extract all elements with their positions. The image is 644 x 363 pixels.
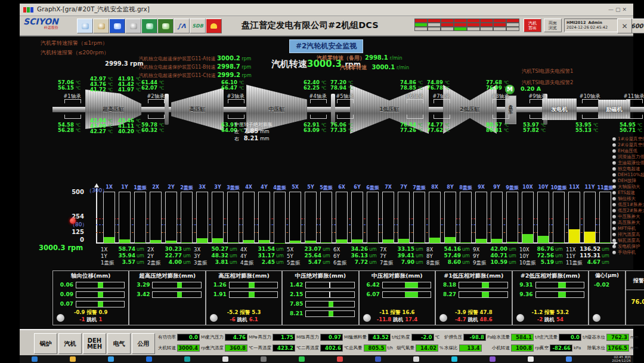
taskbar-app-icon[interactable] [528,356,534,362]
alarm-grid-cell[interactable] [480,27,493,31]
alarm-grid-cell[interactable] [428,27,441,31]
alarm-grid-cell[interactable] [493,27,506,31]
eccentricity-alarm-box: 报警76.0 [626,270,644,325]
minimize-button[interactable]: — [608,7,615,13]
folder-icon[interactable] [157,19,174,33]
vt-unit: um [509,253,516,259]
speed-alarm-label: 汽机转速报警（≤200rpm） [41,49,109,57]
bar-fill [228,242,239,243]
taskbar-app-icon[interactable] [108,356,114,362]
display-icon[interactable] [141,19,157,33]
vt-unit: um [323,260,330,265]
panel-row: 9.36 [513,290,588,299]
alarm-grid-cell[interactable] [441,23,454,27]
bar-fill [290,241,301,243]
alarm-grid-cell[interactable] [506,23,519,27]
panel-gauge [535,291,584,298]
vt-value: 7.90 [391,259,414,265]
nav-button-电气[interactable]: 电气 [107,333,131,354]
alarm-grid-cell[interactable] [454,23,467,27]
scale-speed-readout: 3000.3 rpm [39,244,83,252]
bearing-bracket-top [434,99,450,103]
taskbar-app-icon[interactable] [299,356,305,362]
taskbar-app-icon[interactable] [413,356,419,362]
monitor-icon[interactable] [109,19,125,33]
taskbar-app-icon[interactable] [222,356,228,362]
panel-value: 6.42 [362,282,380,288]
nav-button-汽机[interactable]: 汽机 [58,333,82,354]
alarm-grid-cell[interactable] [441,27,454,31]
param-unit: ℃ [296,346,301,350]
tools-icon[interactable] [93,19,109,33]
alarm-grid-cell[interactable] [480,19,493,23]
exciter-box: 励磁机 [598,100,630,119]
taskbar-app-icon[interactable] [566,356,572,362]
alarm-grid-cell[interactable] [506,27,519,31]
gauge-marker [482,282,489,288]
taskbar-app-icon[interactable] [375,356,381,362]
alarm-grid-cell[interactable] [454,19,467,23]
alarm-indicator: 大轴振动大 [612,184,640,190]
start-button[interactable] [32,356,38,362]
screen-browse-button[interactable]: 画面浏览 [544,19,562,32]
alarm-grid-cell[interactable] [467,19,480,23]
maximize-button[interactable]: ▢ [615,7,623,13]
nav-button-公用[interactable]: 公用 [132,333,155,354]
alarm-grid-cell[interactable] [454,27,467,31]
panel-value: 1.26 [209,282,227,288]
vt-row-label: 11X [566,247,576,253]
close-icon[interactable]: ✕ [617,19,632,33]
bearing-bracket-top [626,99,643,103]
bar-fill [305,241,316,243]
printer-icon[interactable] [125,19,141,33]
alarm-grid-cell[interactable] [414,23,428,27]
alarm-grid-cell[interactable] [428,23,441,27]
users-icon[interactable] [77,19,93,33]
panel-value: 9.31 [515,282,533,288]
alarm-grid-cell[interactable] [467,27,480,31]
alarm-overview-grid [414,19,519,31]
vibration-bar-7盖振 [413,192,425,244]
nav-button-锅炉[interactable]: 锅炉 [34,333,57,354]
cylinder-高压缸: 高压缸 [171,88,224,131]
bar-fill [150,240,161,243]
y-tick-label: 125 [70,229,84,235]
taskbar-app-icon[interactable] [184,356,190,362]
alarm-grid-cell[interactable] [493,19,506,23]
alarm-grid-cell[interactable] [480,23,493,27]
alarm-grid-cell[interactable] [467,23,480,27]
alarm-grid-cell[interactable] [414,27,428,31]
taskbar-app-icon[interactable] [451,356,457,362]
panel-value: 8.18 [438,282,456,288]
panel-row: 9.31 [513,280,588,290]
vt-row-label: 3X [194,247,200,253]
titlebar-close-button[interactable]: ✕ [622,7,628,13]
param-label: 一再压力 [253,334,271,340]
alarm-grid-cell[interactable] [428,19,441,23]
param-value: 3000.4 [177,344,200,352]
bar-fill [460,242,471,243]
param-label: 总风量 [349,345,363,351]
alarm-grid-cell[interactable] [493,23,506,27]
turbine-first-out-button[interactable]: 汽机首出 [524,19,541,32]
alarm-grid-cell[interactable] [441,19,454,23]
param-value: 0.0 [559,334,581,341]
alarm-grid-cell[interactable] [414,19,428,23]
taskbar-app-icon[interactable] [337,356,343,362]
bar-fill [259,240,270,243]
taskbar-app-icon[interactable] [261,356,267,362]
nav-button-DEHMEH[interactable]: DEHMEH [83,333,106,354]
alarm-grid-cell[interactable] [506,19,519,23]
taskbar-app-icon[interactable] [70,356,76,362]
param-过热度: 过热度-2.0℃ [397,333,439,342]
sdb-icon[interactable]: SDB [190,19,206,33]
taskbar-clock[interactable]: 02:45 周四 2024/12/26 [612,355,631,362]
param-烟气氧量: 烟气氧量14.02% [397,344,444,352]
alarm-bell-icon[interactable] [206,19,222,33]
taskbar-app-icon[interactable] [146,356,152,362]
taskbar-app-icon[interactable] [490,356,496,362]
ja-icon[interactable]: ∫Λ [174,19,190,33]
bearing-temp-bottom: 57.82 ℃ [523,127,546,133]
param-总风量: 总风量805.5t/h [349,344,393,352]
alarm-dot [612,197,616,201]
